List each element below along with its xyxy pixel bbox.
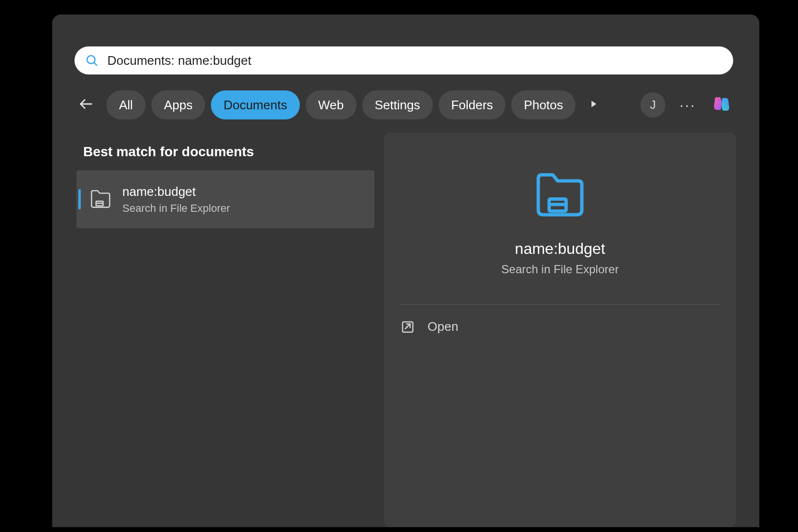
result-title: name:budget bbox=[122, 184, 230, 199]
open-external-icon bbox=[400, 320, 415, 334]
selection-accent bbox=[78, 189, 81, 209]
scroll-filters-button[interactable] bbox=[583, 94, 605, 116]
svg-line-9 bbox=[405, 324, 410, 328]
more-options-button[interactable]: ··· bbox=[676, 93, 699, 117]
svg-marker-3 bbox=[591, 101, 596, 107]
copilot-button[interactable] bbox=[710, 93, 733, 117]
search-window: All Apps Documents Web Settings Folders … bbox=[52, 15, 759, 527]
filter-tab-all[interactable]: All bbox=[106, 90, 146, 119]
search-bar[interactable] bbox=[74, 46, 733, 74]
filter-pills: All Apps Documents Web Settings Folders … bbox=[106, 90, 576, 119]
back-button[interactable] bbox=[74, 93, 98, 117]
preview-subtitle: Search in File Explorer bbox=[502, 263, 619, 276]
result-subtitle: Search in File Explorer bbox=[122, 202, 230, 215]
more-horizontal-icon: ··· bbox=[680, 97, 696, 113]
copilot-icon bbox=[711, 94, 732, 116]
chevron-right-icon bbox=[589, 99, 599, 111]
file-explorer-icon bbox=[531, 166, 589, 220]
svg-line-1 bbox=[94, 62, 97, 65]
filter-row: All Apps Documents Web Settings Folders … bbox=[74, 90, 733, 120]
best-match-heading: Best match for documents bbox=[83, 144, 254, 160]
result-item-best-match[interactable]: name:budget Search in File Explorer bbox=[76, 170, 374, 228]
filter-tab-photos[interactable]: Photos bbox=[511, 90, 576, 119]
filter-tab-settings[interactable]: Settings bbox=[362, 90, 433, 119]
user-avatar[interactable]: J bbox=[640, 92, 665, 118]
header-right-controls: J ··· bbox=[640, 92, 733, 118]
search-icon bbox=[85, 54, 99, 67]
filter-tab-folders[interactable]: Folders bbox=[439, 90, 506, 119]
result-text: name:budget Search in File Explorer bbox=[122, 184, 230, 215]
preview-title: name:budget bbox=[515, 240, 606, 258]
preview-action-open[interactable]: Open bbox=[400, 319, 720, 334]
filter-tab-web[interactable]: Web bbox=[306, 90, 356, 119]
preview-panel: name:budget Search in File Explorer Open bbox=[384, 133, 736, 527]
preview-divider bbox=[400, 304, 720, 305]
preview-action-label: Open bbox=[428, 319, 458, 334]
filter-tab-documents[interactable]: Documents bbox=[211, 90, 300, 119]
filter-tab-apps[interactable]: Apps bbox=[151, 90, 205, 119]
back-arrow-icon bbox=[78, 96, 94, 114]
avatar-initial: J bbox=[650, 98, 656, 112]
file-explorer-icon bbox=[89, 187, 113, 211]
search-input[interactable] bbox=[107, 53, 723, 68]
